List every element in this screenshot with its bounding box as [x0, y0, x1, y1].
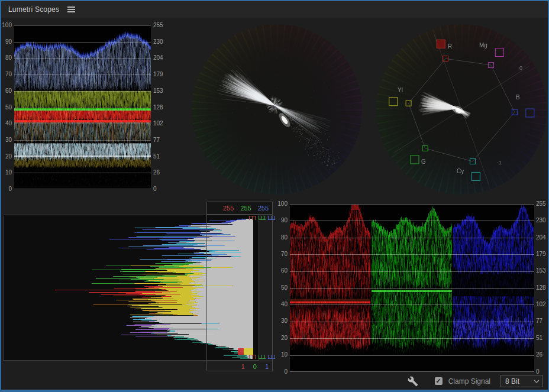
waveform-left-scale-tick: 30: [0, 137, 12, 144]
waveform-right-scale-tick: 179: [153, 71, 169, 78]
parade-right-scale-tick: 255: [536, 200, 549, 208]
parade-right-scale-tick: 26: [536, 351, 549, 358]
waveform-left-scale-tick: 70: [0, 71, 12, 78]
parade-right-scale-tick: 128: [536, 284, 549, 291]
panel-title: Lumetri Scopes: [8, 5, 59, 14]
panel-menu-icon[interactable]: [67, 7, 75, 8]
waveform-right-scale-tick: 102: [153, 120, 169, 127]
parade-right-scale-tick: 230: [536, 217, 549, 224]
panel-focus-border-top: [0, 0, 549, 1]
vectorscope-target-label-mg: Mg: [479, 43, 487, 48]
panel-focus-border-left: [0, 0, 1, 392]
vectorscope-target-label-r: R: [448, 44, 452, 50]
waveform-right-scale-tick: 26: [153, 169, 169, 176]
waveform-left-scale-tick: 80: [0, 54, 12, 61]
waveform-left-scale-tick: 10: [0, 169, 12, 176]
parade-left-scale-tick: 60: [271, 267, 288, 274]
parade-rgb-scope: [290, 204, 534, 372]
vectorscope-target-label-cy: Cy: [457, 169, 464, 174]
parade-right-scale-tick: 102: [536, 301, 549, 308]
parade-left-scale-tick: 80: [271, 234, 288, 241]
waveform-right-scale-tick: 51: [153, 153, 169, 160]
histogram-max-red: 255: [223, 205, 234, 212]
clamp-signal-label: Clamp Signal: [448, 377, 490, 385]
vectorscope-axis-label: -1: [497, 160, 502, 166]
parade-right-scale-tick: 204: [536, 234, 549, 241]
scopes-toolbar: ✓ Clamp Signal 8 Bit: [1, 372, 548, 390]
waveform-right-scale-tick: 255: [153, 22, 169, 29]
waveform-right-scale-tick: 204: [153, 54, 169, 61]
waveform-rgb-scope: [14, 25, 151, 189]
parade-left-scale-tick: 70: [271, 251, 288, 258]
waveform-right-scale-tick: 153: [153, 88, 169, 95]
histogram-ruler-bottom: [249, 355, 275, 359]
panel-focus-border-bottom: [0, 390, 549, 392]
clamp-signal-checkbox[interactable]: ✓: [435, 377, 443, 385]
bit-depth-dropdown[interactable]: 8 Bit: [500, 375, 543, 387]
parade-left-scale-tick: 50: [271, 284, 288, 291]
checkmark-icon: ✓: [436, 378, 441, 384]
histogram-max-green: 255: [240, 205, 251, 212]
lumetri-scopes-tab[interactable]: Lumetri Scopes: [1, 1, 82, 18]
parade-left-scale-tick: 100: [271, 200, 288, 208]
waveform-left-scale-tick: 100: [0, 22, 12, 29]
waveform-right-scale-tick: 77: [153, 137, 169, 144]
chevron-down-icon: [534, 380, 540, 383]
histogram-scale-divider: [207, 361, 272, 361]
histogram-scale-box: 255 255 255 1 0 1: [206, 202, 273, 371]
vectorscope-hls: [190, 23, 363, 196]
histogram-max-blue: 255: [258, 205, 269, 212]
waveform-left-scale-tick: 90: [0, 38, 12, 46]
vectorscope-target-label-b: B: [516, 95, 520, 101]
waveform-right-scale-tick: 128: [153, 104, 169, 111]
waveform-left-scale-tick: 0: [0, 186, 12, 193]
waveform-left-scale-tick: 40: [0, 120, 12, 127]
parade-right-scale-tick: 153: [536, 267, 549, 274]
bit-depth-value: 8 Bit: [505, 377, 519, 385]
parade-right-scale-tick: 51: [536, 335, 549, 342]
histogram-min-values: 1 0 1: [241, 363, 269, 370]
waveform-left-scale-tick: 20: [0, 153, 12, 160]
histogram-ruler-top: [249, 216, 275, 220]
parade-right-scale-tick: 77: [536, 318, 549, 325]
histogram-min-green: 0: [253, 363, 257, 370]
waveform-right-scale-tick: 0: [153, 186, 169, 193]
vectorscope-axis-label: 0: [519, 66, 522, 71]
settings-wrench-icon[interactable]: [408, 376, 418, 387]
waveform-left-scale-tick: 50: [0, 104, 12, 111]
parade-left-scale-tick: 30: [271, 318, 288, 325]
histogram-min-red: 1: [241, 363, 245, 370]
parade-left-scale-tick: 20: [271, 335, 288, 342]
lumetri-scopes-panel: Lumetri Scopes 255 255 255 1 0 1: [0, 0, 549, 392]
parade-right-scale-tick: 179: [536, 251, 549, 258]
histogram-max-values: 255 255 255: [207, 202, 272, 215]
parade-left-scale-tick: 40: [271, 301, 288, 308]
waveform-right-scale-tick: 230: [153, 38, 169, 46]
vectorscope-target-label-yl: Yl: [398, 88, 403, 93]
panel-titlebar: Lumetri Scopes: [1, 1, 548, 18]
histogram-min-blue: 1: [265, 363, 269, 370]
vectorscope-target-label-g: G: [421, 159, 426, 165]
waveform-left-scale-tick: 60: [0, 88, 12, 95]
